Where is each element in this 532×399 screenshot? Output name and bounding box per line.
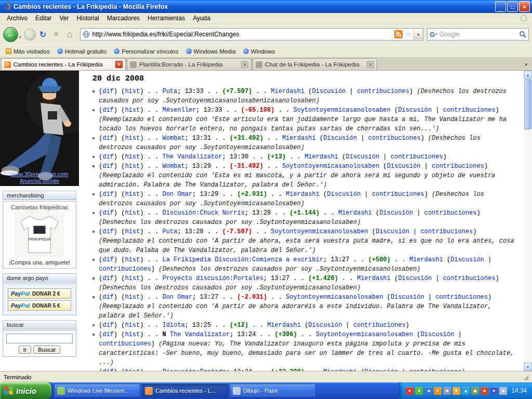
user-link[interactable]: Mierdashi: [271, 88, 304, 95]
tab-close-icon[interactable]: ×: [241, 61, 248, 68]
history-link[interactable]: hist: [125, 107, 140, 114]
messenger-tray-icon[interactable]: ●: [415, 387, 423, 395]
history-link[interactable]: hist: [125, 256, 140, 263]
tab[interactable]: Chat de la Frikipedia - La Frikipedia×: [252, 58, 377, 70]
diff-link[interactable]: dif: [102, 153, 114, 161]
user-link[interactable]: Mierdashi: [409, 256, 443, 263]
user-link[interactable]: Mierdashi: [286, 191, 320, 198]
diff-link[interactable]: dif: [102, 107, 114, 114]
menu-item[interactable]: Ver: [56, 14, 72, 23]
web-search-input[interactable]: [440, 31, 519, 38]
menu-item[interactable]: Archivo: [3, 14, 31, 23]
paypal-donate-5-button[interactable]: PayPal DONAR 5 €: [8, 300, 71, 311]
page-link[interactable]: Puta: [162, 228, 177, 235]
bookmark-item[interactable]: Windows: [240, 47, 279, 56]
page-link[interactable]: Discusión:Chuck Norris: [162, 209, 244, 217]
search-magnifier-icon[interactable]: [519, 31, 526, 38]
user-contribs-link[interactable]: contribuciones: [368, 135, 421, 142]
history-link[interactable]: hist: [125, 331, 140, 338]
user-contribs-link[interactable]: contribuciones: [432, 163, 484, 170]
url-history-dropdown-button[interactable]: ▾: [414, 29, 422, 39]
user-contribs-link[interactable]: contribuciones: [99, 340, 151, 348]
tab[interactable]: Cambios recientes - La Frikipedia×: [1, 58, 126, 70]
start-button[interactable]: Inicio: [0, 382, 51, 399]
user-link[interactable]: Soytontoyenmicasanolosaben: [316, 331, 413, 338]
back-button[interactable]: ←: [3, 27, 18, 42]
user-talk-link[interactable]: Discusión: [345, 153, 379, 161]
user-link[interactable]: Mierdashi: [323, 368, 357, 371]
diff-link[interactable]: dif: [102, 88, 114, 95]
menu-item[interactable]: Marcadores: [103, 14, 143, 23]
diff-link[interactable]: dif: [102, 368, 114, 371]
bookmark-item[interactable]: Personalizar vínculos: [110, 47, 182, 56]
paypal-donate-2-button[interactable]: PayPal DONAR 2 €: [8, 288, 71, 299]
wiki-search-input[interactable]: [6, 334, 73, 343]
diff-link[interactable]: dif: [102, 163, 114, 170]
user-talk-link[interactable]: Discusión: [323, 135, 357, 142]
diff-link[interactable]: dif: [102, 331, 114, 338]
diff-link[interactable]: dif: [102, 228, 114, 235]
user-contribs-link[interactable]: contribuciones: [443, 107, 496, 114]
user-contribs-link[interactable]: contribuciones: [353, 322, 406, 329]
back-history-dropdown-icon[interactable]: ▾: [19, 35, 21, 39]
user-contribs-link[interactable]: contribuciones: [99, 265, 151, 273]
history-link[interactable]: hist: [125, 153, 140, 161]
user-talk-link[interactable]: Discusión: [420, 331, 454, 338]
menu-item[interactable]: Editar: [32, 14, 55, 23]
tshirt-ad-title[interactable]: Camisetas frikipédicas: [5, 204, 74, 210]
scroll-down-icon[interactable]: ▼: [524, 363, 532, 371]
page-link[interactable]: Mésenller: [162, 107, 196, 114]
page-link[interactable]: The Vandalizator: [170, 331, 230, 338]
history-link[interactable]: hist: [125, 88, 140, 95]
diff-link[interactable]: dif: [102, 275, 114, 282]
search-button[interactable]: Buscar: [33, 345, 60, 354]
diff-link[interactable]: dif: [102, 256, 114, 263]
network-tray-icon[interactable]: ■: [443, 387, 451, 395]
bookmark-star-icon[interactable]: ☆: [405, 30, 412, 39]
forward-button[interactable]: →: [24, 29, 36, 41]
updates-tray-icon[interactable]: ▼: [453, 387, 460, 395]
ads-by-google-link[interactable]: Anuncios Google: [0, 178, 79, 185]
history-link[interactable]: hist: [125, 135, 140, 142]
tab-close-icon[interactable]: ×: [115, 61, 123, 68]
graphics-tray-icon[interactable]: ▲: [462, 387, 470, 395]
scrollbar-thumb[interactable]: [524, 79, 531, 129]
menu-item[interactable]: Historial: [73, 14, 102, 23]
menu-item[interactable]: Ayuda: [189, 14, 214, 23]
scrollbar-track[interactable]: [524, 130, 532, 363]
history-link[interactable]: hist: [125, 322, 140, 329]
user-talk-link[interactable]: Discusión: [312, 88, 346, 95]
history-link[interactable]: hist: [125, 368, 140, 371]
user-talk-link[interactable]: Discusión: [379, 209, 413, 217]
user-link[interactable]: Soytontoyenmicasanolosaben: [294, 107, 391, 114]
page-link[interactable]: Idiota: [162, 322, 184, 329]
user-link[interactable]: Soytontoyenmicasanolosaben: [271, 228, 368, 235]
search-engine-dropdown-icon[interactable]: ▾: [435, 32, 437, 36]
resize-grip-icon[interactable]: ◢: [524, 374, 528, 381]
user-talk-link[interactable]: Discusión: [398, 107, 432, 114]
user-talk-link[interactable]: Discusión: [364, 368, 398, 371]
user-contribs-link[interactable]: contribuciones: [443, 275, 496, 282]
user-link[interactable]: Mierdashi: [282, 135, 316, 142]
page-link[interactable]: Don Omar: [162, 191, 192, 198]
google-ad[interactable]: www.30preguntas.com Anuncios Google: [0, 71, 79, 186]
user-contribs-link[interactable]: contribuciones: [391, 153, 443, 161]
history-link[interactable]: hist: [125, 209, 140, 217]
scheduler-tray-icon[interactable]: ■: [499, 387, 507, 395]
user-talk-link[interactable]: Discusión: [327, 191, 361, 198]
tab-close-icon[interactable]: ×: [367, 61, 374, 68]
security-alert-tray-icon[interactable]: ●: [406, 387, 414, 395]
rss-feed-icon[interactable]: [394, 30, 403, 38]
user-contribs-link[interactable]: contribuciones: [435, 294, 488, 301]
user-link[interactable]: Mierdashi: [267, 322, 301, 329]
tshirt-image[interactable]: FRIKIPEDIA: [15, 211, 64, 258]
page-link[interactable]: La Frikipedia Discusión:Comienza a escri…: [162, 256, 323, 263]
taskbar-item[interactable]: Windows Live Messen...: [54, 384, 140, 397]
usb-device-tray-icon[interactable]: ◆: [471, 387, 479, 395]
page-link[interactable]: Don Omar: [162, 294, 192, 301]
ad-url-link[interactable]: www.30preguntas.com: [0, 171, 79, 178]
user-link[interactable]: Mierdashi: [304, 153, 338, 161]
diff-link[interactable]: dif: [102, 191, 114, 198]
user-talk-link[interactable]: Discusión: [450, 256, 484, 263]
tab[interactable]: Plantilla:Borrado - La Frikipedia×: [127, 58, 251, 70]
